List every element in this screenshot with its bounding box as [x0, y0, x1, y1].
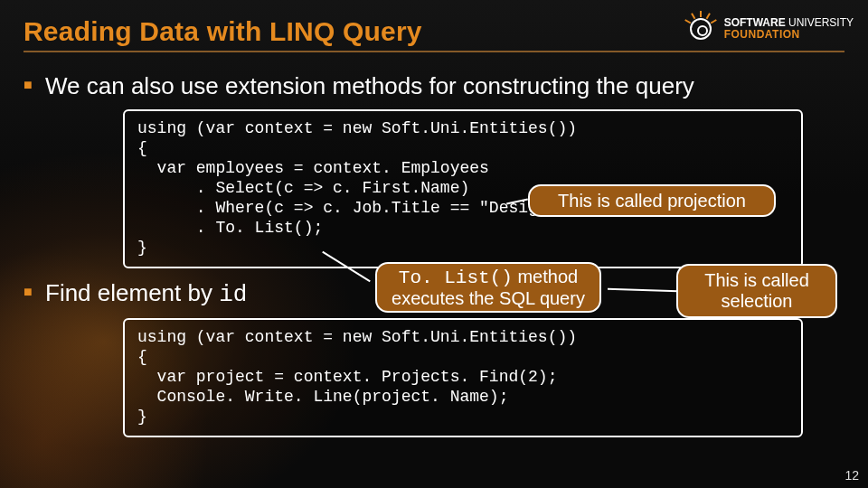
page-number: 12 [844, 468, 859, 483]
slide: SOFTWARE UNIVERSITY FOUNDATION Reading D… [0, 0, 868, 488]
content: We can also use extension methods for co… [24, 72, 844, 437]
callout-selection-line1: This is called [687, 270, 826, 291]
code-block-2: using (var context = new Soft.Uni.Entiti… [123, 318, 803, 437]
brand-line1b: UNIVERSITY [786, 16, 854, 29]
callout-tolist-rest: method [513, 267, 578, 286]
callout-tolist-line1: To. List() method [386, 267, 590, 288]
brand-logo: SOFTWARE UNIVERSITY FOUNDATION [684, 13, 854, 45]
brand-text: SOFTWARE UNIVERSITY FOUNDATION [724, 17, 854, 41]
callout-projection-text: This is called projection [539, 191, 765, 211]
callout-projection: This is called projection [528, 184, 776, 217]
callout-tolist: To. List() method executes the SQL query [375, 262, 601, 313]
callout-tolist-line2: executes the SQL query [386, 288, 590, 309]
callout-tolist-code: To. List() [399, 267, 513, 288]
brand-line2: FOUNDATION [724, 29, 854, 41]
brand-line1a: SOFTWARE [724, 16, 786, 29]
callout-selection: This is called selection [676, 264, 837, 318]
callout-selection-line2: selection [687, 291, 826, 312]
bullet2-text: Find element by [45, 279, 219, 306]
bullet2-keyword: id [219, 281, 247, 308]
bullet-extension-methods: We can also use extension methods for co… [24, 72, 844, 100]
lightbulb-icon [684, 13, 717, 45]
